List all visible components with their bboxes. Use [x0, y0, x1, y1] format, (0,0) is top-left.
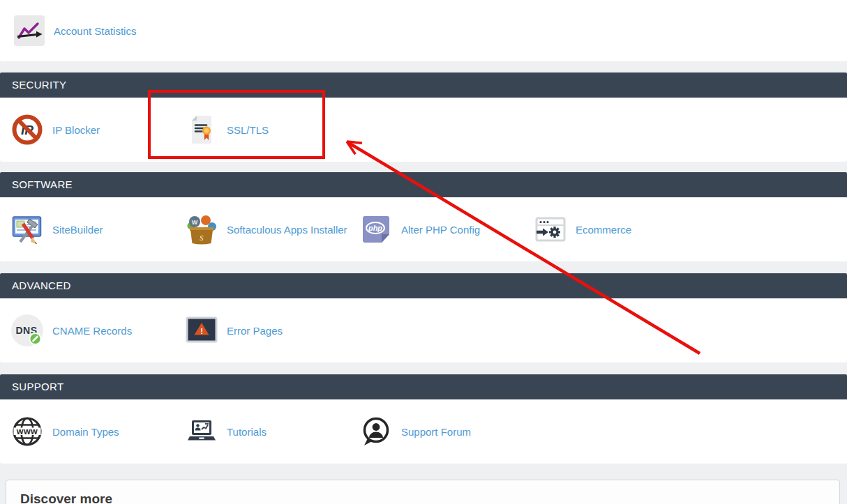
item-account-statistics[interactable]: Account Statistics	[14, 0, 136, 61]
php-icon[interactable]: php	[360, 213, 392, 245]
item-domain-types[interactable]: www Domain Types	[11, 399, 119, 464]
item-label[interactable]: Domain Types	[52, 426, 119, 438]
ecommerce-icon[interactable]	[534, 213, 567, 245]
sitebuilder-icon[interactable]	[11, 213, 43, 245]
svg-text:www: www	[16, 427, 38, 436]
item-support-forum[interactable]: Support Forum	[360, 399, 471, 464]
discover-more-card: Discover more	[6, 480, 840, 504]
item-error-pages[interactable]: ! Error Pages	[186, 298, 283, 362]
item-ecommerce[interactable]: Ecommerce	[534, 197, 631, 261]
item-softaculous[interactable]: W s Softaculous Apps Installer	[186, 197, 347, 261]
item-alter-php-config[interactable]: php Alter PHP Config	[360, 197, 480, 261]
item-label[interactable]: IP Blocker	[52, 124, 100, 136]
item-label[interactable]: CNAME Records	[52, 325, 132, 337]
softaculous-icon[interactable]: W s	[186, 213, 218, 245]
section-content-software: SiteBuilder W s Softaculous Apps Install…	[0, 197, 847, 261]
item-label[interactable]: Softaculous Apps Installer	[227, 224, 347, 236]
section-header-support: SUPPORT	[0, 374, 847, 399]
item-label[interactable]: Ecommerce	[576, 224, 631, 236]
svg-text:php: php	[368, 224, 382, 232]
account-statistics-icon[interactable]	[14, 15, 45, 46]
item-sitebuilder[interactable]: SiteBuilder	[11, 197, 103, 261]
item-label[interactable]: SiteBuilder	[52, 224, 103, 236]
item-label[interactable]: Support Forum	[401, 426, 471, 438]
section-header-security: SECURITY	[0, 72, 847, 98]
section-header-software: SOFTWARE	[0, 172, 847, 197]
item-label[interactable]: Tutorials	[227, 426, 267, 438]
ssl-tls-icon[interactable]	[186, 114, 218, 146]
laptop-tutorials-icon[interactable]	[186, 415, 218, 448]
dns-icon[interactable]: DNS	[11, 314, 43, 346]
globe-www-icon[interactable]: www	[11, 415, 43, 448]
item-cname-records[interactable]: DNS CNAME Records	[11, 298, 132, 362]
item-tutorials[interactable]: Tutorials	[186, 399, 267, 464]
section-content-advanced: DNS CNAME Records ! Error Pages	[0, 298, 847, 362]
section-header-advanced: ADVANCED	[0, 273, 847, 298]
item-label[interactable]: Alter PHP Config	[401, 224, 480, 236]
item-label[interactable]: SSL/TLS	[227, 124, 269, 136]
item-ssl-tls[interactable]: SSL/TLS	[186, 98, 269, 162]
item-label[interactable]: Account Statistics	[54, 25, 136, 37]
svg-text:!: !	[200, 327, 203, 335]
discover-more-heading: Discover more	[20, 491, 839, 504]
speech-bubble-person-icon[interactable]	[360, 415, 392, 448]
svg-text:s: s	[200, 231, 204, 243]
account-statistics-panel: Account Statistics	[0, 0, 847, 61]
item-label[interactable]: Error Pages	[227, 325, 283, 337]
item-ip-blocker[interactable]: IP IP Blocker	[11, 98, 100, 162]
error-pages-icon[interactable]: !	[186, 314, 218, 346]
ip-blocker-icon[interactable]: IP	[11, 114, 43, 146]
svg-text:W: W	[192, 219, 198, 226]
section-content-security: IP IP Blocker SSL/TLS	[0, 98, 847, 162]
section-content-support: www Domain Types Tutorials	[0, 399, 847, 464]
